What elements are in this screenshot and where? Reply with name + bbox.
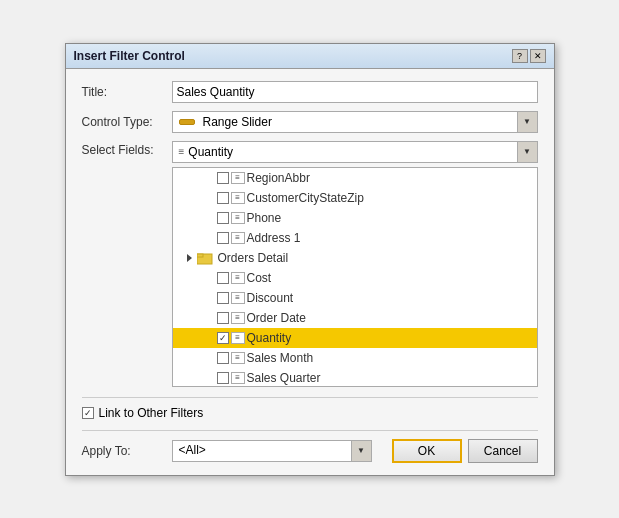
svg-rect-1 (197, 254, 203, 257)
list-item[interactable]: Cost (173, 268, 537, 288)
checkbox-address1[interactable] (217, 232, 229, 244)
field-icon (231, 312, 245, 324)
apply-to-select[interactable]: <All> (172, 440, 372, 462)
link-checkbox[interactable] (82, 407, 94, 419)
title-input[interactable] (172, 81, 538, 103)
item-label: Address 1 (247, 231, 301, 245)
title-label: Title: (82, 85, 172, 99)
list-item[interactable]: Sales Month (173, 348, 537, 368)
list-item[interactable]: Discount (173, 288, 537, 308)
ok-button[interactable]: OK (392, 439, 462, 463)
item-label: Order Date (247, 311, 306, 325)
field-icon (231, 272, 245, 284)
checkbox-salesmonth[interactable] (217, 352, 229, 364)
checkbox-orderdate[interactable] (217, 312, 229, 324)
link-label: Link to Other Filters (99, 406, 204, 420)
item-label: Sales Month (247, 351, 314, 365)
item-label: CustomerCityStateZip (247, 191, 364, 205)
fields-dropdown-arrow[interactable] (517, 142, 537, 162)
field-icon (231, 292, 245, 304)
expand-icon (187, 254, 192, 262)
control-type-label: Control Type: (82, 115, 172, 129)
title-input-wrapper (172, 81, 538, 103)
list-item[interactable]: Address 1 (173, 228, 537, 248)
item-label: RegionAbbr (247, 171, 310, 185)
item-label: Phone (247, 211, 282, 225)
control-type-arrow[interactable] (517, 112, 537, 132)
insert-filter-dialog: Insert Filter Control ? ✕ Title: Control… (65, 43, 555, 476)
select-fields-label: Select Fields: (82, 141, 172, 157)
title-bar: Insert Filter Control ? ✕ (66, 44, 554, 69)
dialog-body: Title: Control Type: Range Slider Select… (66, 69, 554, 475)
item-label: Discount (247, 291, 294, 305)
control-type-select[interactable]: Range Slider (172, 111, 538, 133)
bottom-section: Link to Other Filters Apply To: <All> OK… (82, 397, 538, 463)
list-item[interactable]: Order Date (173, 308, 537, 328)
item-label: Sales Quarter (247, 371, 321, 385)
control-type-row: Control Type: Range Slider (82, 111, 538, 133)
separator (82, 397, 538, 398)
checkbox-regionabbr[interactable] (217, 172, 229, 184)
field-icon (231, 212, 245, 224)
folder-icon (197, 251, 213, 265)
item-label: Quantity (247, 331, 292, 345)
list-item-group[interactable]: Orders Detail (173, 248, 537, 268)
list-item-selected[interactable]: Quantity (173, 328, 537, 348)
control-type-value: Range Slider (173, 112, 517, 132)
cancel-button[interactable]: Cancel (468, 439, 538, 463)
list-item[interactable]: RegionAbbr (173, 168, 537, 188)
field-icon (231, 172, 245, 184)
title-bar-buttons: ? ✕ (512, 49, 546, 63)
item-label: Orders Detail (218, 251, 289, 265)
apply-to-label: Apply To: (82, 444, 172, 458)
fields-dropdown-value: ≡ Quantity (173, 142, 517, 162)
close-button[interactable]: ✕ (530, 49, 546, 63)
checkbox-salesquarter[interactable] (217, 372, 229, 384)
select-fields-wrapper: ≡ Quantity RegionAbbr (172, 141, 538, 387)
dialog-title: Insert Filter Control (74, 49, 185, 63)
apply-to-arrow[interactable] (351, 441, 371, 461)
checkbox-customercity[interactable] (217, 192, 229, 204)
range-icon (179, 119, 195, 125)
checkbox-cost[interactable] (217, 272, 229, 284)
field-icon (231, 332, 245, 344)
field-icon (231, 372, 245, 384)
fields-listbox[interactable]: RegionAbbr CustomerCityStateZip Phone (172, 167, 538, 387)
apply-to-value: <All> (173, 441, 351, 461)
fields-dropdown[interactable]: ≡ Quantity (172, 141, 538, 163)
link-row: Link to Other Filters (82, 406, 538, 420)
select-fields-row: Select Fields: ≡ Quantity (82, 141, 538, 387)
field-icon (231, 352, 245, 364)
list-item[interactable]: Sales Quarter (173, 368, 537, 387)
item-label: Cost (247, 271, 272, 285)
list-item[interactable]: Phone (173, 208, 537, 228)
list-item[interactable]: CustomerCityStateZip (173, 188, 537, 208)
help-button[interactable]: ? (512, 49, 528, 63)
fields-icon: ≡ (179, 146, 185, 157)
checkbox-phone[interactable] (217, 212, 229, 224)
checkbox-quantity[interactable] (217, 332, 229, 344)
field-icon (231, 232, 245, 244)
apply-to-row: Apply To: <All> OK Cancel (82, 439, 538, 463)
checkbox-discount[interactable] (217, 292, 229, 304)
button-row: OK Cancel (392, 439, 538, 463)
title-row: Title: (82, 81, 538, 103)
field-icon (231, 192, 245, 204)
separator2 (82, 430, 538, 431)
